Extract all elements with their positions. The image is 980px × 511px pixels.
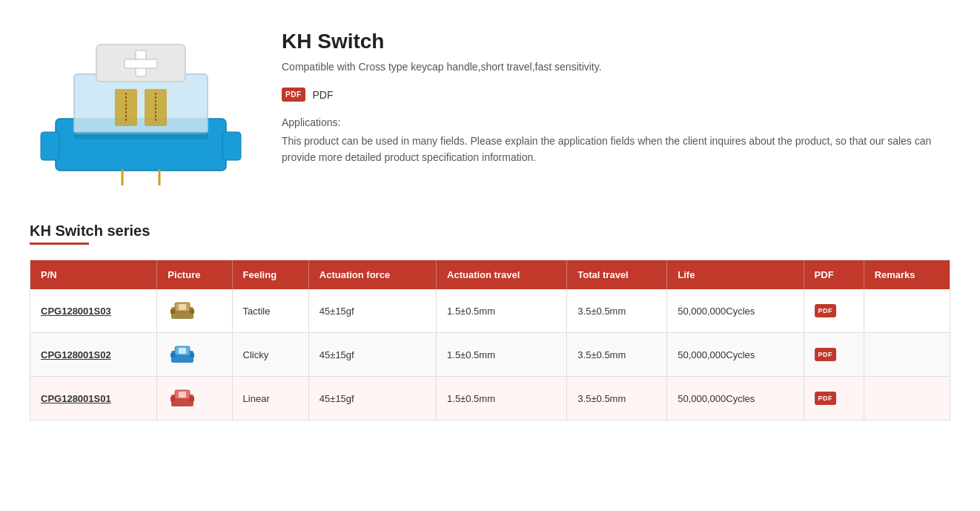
product-header: KH Switch Compatible with Cross type key… [30,22,950,193]
cell-pdf: PDF [804,377,864,421]
row-pdf-icon[interactable]: PDF [815,348,837,361]
cell-picture [157,377,232,421]
cell-feeling: Clicky [232,333,308,377]
col-header-feeling: Feeling [232,260,308,290]
part-image [168,387,197,409]
svg-rect-28 [190,397,194,401]
product-subtitle: Compatible with Cross type keycap handle… [282,61,950,73]
col-header-picture: Picture [157,260,232,290]
cell-total-travel: 3.5±0.5mm [567,377,667,421]
cell-feeling: Linear [232,377,308,421]
cell-pn: CPG128001S01 [30,377,157,421]
row-pdf-icon[interactable]: PDF [815,392,837,405]
svg-rect-16 [179,304,186,310]
table-body: CPG128001S03 Tactile 45±15gf 1.5±0.5mm 3… [30,289,950,421]
cell-pdf: PDF [804,289,864,333]
pn-link[interactable]: CPG128001S02 [41,349,111,360]
cell-actuation-travel: 1.5±0.5mm [437,289,567,333]
cell-actuation-travel: 1.5±0.5mm [437,333,567,377]
product-image-container [30,22,252,193]
series-underline [30,243,89,245]
svg-rect-13 [74,132,208,139]
series-section: KH Switch series P/N Picture Feeling Act… [30,222,950,421]
svg-rect-23 [190,353,194,357]
cell-picture [157,289,232,333]
table-header-row: P/N Picture Feeling Actuation force Actu… [30,260,950,290]
part-image [168,300,197,322]
pdf-link-label[interactable]: PDF [313,89,334,101]
cell-actuation-force: 45±15gf [308,289,436,333]
cell-life: 50,000,000Cycles [667,333,804,377]
col-header-pdf: PDF [804,260,864,290]
svg-rect-21 [179,348,186,354]
part-image [168,343,197,366]
svg-rect-1 [41,132,59,160]
svg-rect-22 [170,353,175,357]
cell-actuation-travel: 1.5±0.5mm [437,377,567,421]
cell-pn: CPG128001S02 [30,333,157,377]
svg-rect-26 [179,392,186,398]
cell-life: 50,000,000Cycles [667,377,804,421]
cell-picture [157,333,232,377]
cell-pdf: PDF [804,333,864,377]
svg-rect-18 [190,309,194,314]
series-title: KH Switch series [30,222,950,240]
cell-actuation-force: 45±15gf [308,377,436,421]
cell-remarks [864,333,950,377]
product-title: KH Switch [282,30,950,53]
page-wrapper: KH Switch Compatible with Cross type key… [0,0,980,443]
row-pdf-icon[interactable]: PDF [815,304,837,317]
pdf-icon[interactable]: PDF [282,88,305,102]
cell-total-travel: 3.5±0.5mm [567,289,667,333]
cell-total-travel: 3.5±0.5mm [567,333,667,377]
applications-text: This product can be used in many fields.… [282,133,949,166]
svg-rect-27 [170,397,175,401]
svg-rect-3 [74,74,208,133]
cell-remarks [864,289,950,333]
cell-remarks [864,377,950,421]
cell-actuation-force: 45±15gf [308,333,436,377]
col-header-remarks: Remarks [864,260,950,290]
svg-rect-10 [125,59,157,68]
table-row: CPG128001S03 Tactile 45±15gf 1.5±0.5mm 3… [30,289,950,333]
series-table: P/N Picture Feeling Actuation force Actu… [30,260,950,421]
product-info: KH Switch Compatible with Cross type key… [282,22,950,193]
applications-label: Applications: [282,116,950,128]
pn-link[interactable]: CPG128001S03 [41,306,111,317]
cell-life: 50,000,000Cycles [667,289,804,333]
table-row: CPG128001S02 Clicky 45±15gf 1.5±0.5mm 3.… [30,333,950,377]
pdf-row: PDF PDF [282,88,950,102]
col-header-pn: P/N [30,260,157,290]
col-header-actuation-travel: Actuation travel [437,260,567,290]
col-header-life: Life [667,260,804,290]
cell-pn: CPG128001S03 [30,289,157,333]
pn-link[interactable]: CPG128001S01 [41,393,111,404]
svg-rect-2 [222,132,241,160]
product-image [33,22,248,193]
col-header-actuation-force: Actuation force [308,260,436,290]
table-row: CPG128001S01 Linear 45±15gf 1.5±0.5mm 3.… [30,377,950,421]
col-header-total-travel: Total travel [567,260,667,290]
svg-rect-17 [170,309,175,314]
cell-feeling: Tactile [232,289,308,333]
table-header: P/N Picture Feeling Actuation force Actu… [30,260,950,290]
